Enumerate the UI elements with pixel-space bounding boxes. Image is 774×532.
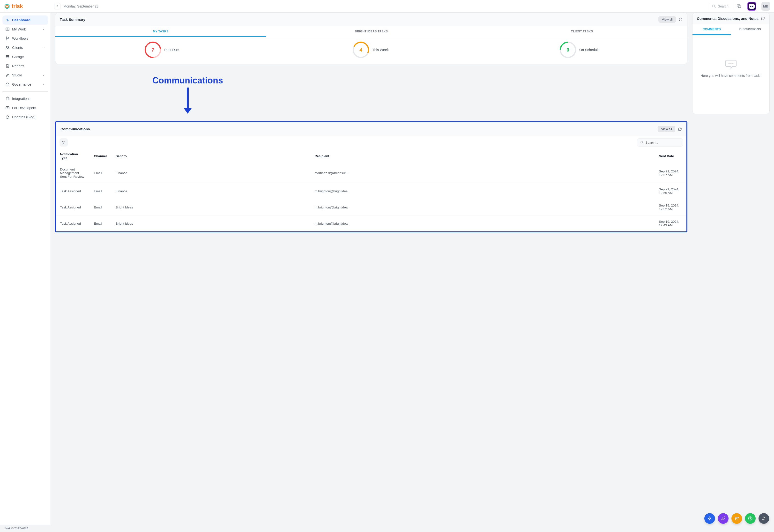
question-icon [748,516,753,521]
stat-label: Past Due [164,48,179,52]
tab-comments[interactable]: COMMENTS [692,24,731,35]
refresh-icon [5,115,10,119]
branch-icon [5,36,10,41]
chevron-down-icon [42,83,45,86]
brand-logo[interactable]: trisk [4,3,23,9]
up-label: UP [762,518,766,521]
svg-point-18 [732,63,734,64]
sidebar-item-developers[interactable]: For Developers [2,103,48,112]
file-icon [5,64,10,68]
sidebar-item-studio[interactable]: Studio [2,71,48,80]
sidebar-item-label: Garage [12,55,24,59]
sidebar-item-governance[interactable]: Governance [2,80,48,89]
fab-help[interactable] [745,513,756,524]
chat-icon [737,4,741,9]
lightning-icon [707,516,712,521]
current-date: Monday, September 23 [63,4,709,8]
svg-point-7 [6,39,7,40]
refresh-icon[interactable] [678,17,683,22]
sidebar-item-updates[interactable]: Updates (Blog) [2,112,48,122]
cell-recipient: m.brighton@brightidea... [311,183,655,199]
svg-point-9 [6,46,7,48]
sidebar-item-label: Workflows [12,37,28,40]
cell-recipient: martinez.d@drconsult... [311,163,655,183]
table-row[interactable]: Document Management Sent For ReviewEmail… [56,163,686,183]
sidebar-item-label: For Developers [12,106,36,110]
communications-search-input[interactable] [646,141,680,144]
communications-search[interactable] [637,138,683,147]
cell-date: Sep 19, 2024, 12:52 AM [655,199,686,215]
task-tab-client[interactable]: CLIENT TASKS [476,26,687,37]
activity-icon [5,18,10,22]
chevron-down-icon [42,46,45,49]
svg-point-4 [752,6,753,7]
stat-on-schedule[interactable]: 0 On Schedule [476,43,685,57]
stat-this-week[interactable]: 4 This Week [267,43,476,57]
task-tab-mytasks[interactable]: MY TASKS [55,26,266,37]
chat-button[interactable] [734,1,744,11]
comments-panel: Comments, Discussions, and Notes COMMENT… [692,13,770,114]
sidebar-item-reports[interactable]: Reports [2,61,48,71]
sidebar-item-garage[interactable]: Garage [2,52,48,61]
cell-sent_to: Finance [112,163,311,183]
table-row[interactable]: Task AssignedEmailBright Ideasm.brighton… [56,215,686,232]
communications-viewall-button[interactable]: View all [658,126,675,132]
sidebar-item-clients[interactable]: Clients [2,43,48,52]
fab-scroll-up[interactable]: UP [759,513,769,524]
cell-channel: Email [90,199,112,215]
fab-rocket[interactable] [718,513,729,524]
cell-type: Task Assigned [56,215,90,232]
fab-lightning[interactable] [704,513,715,524]
svg-point-3 [750,6,752,7]
stat-label: This Week [372,48,389,52]
table-row[interactable]: Task AssignedEmailBright Ideasm.brighton… [56,199,686,215]
cell-channel: Email [90,215,112,232]
tab-discussions[interactable]: DISCUSSIONS [731,24,769,35]
users-icon [5,45,10,50]
stat-label: On Schedule [579,48,600,52]
chevron-down-icon [42,74,45,77]
comments-empty-text: Here you will have comments from tasks [697,74,765,78]
col-channel: Channel [90,149,112,163]
svg-point-10 [8,47,9,48]
user-avatar[interactable]: MB [761,2,770,11]
edit-icon [5,73,10,77]
svg-point-16 [729,63,730,64]
task-summary-viewall-button[interactable]: View all [658,16,676,23]
comments-panel-title: Comments, Discussions, and Notes [697,16,759,21]
refresh-icon[interactable] [761,16,765,21]
task-summary-card: Task Summary View all MY TASKS BRIGHT ID… [55,13,687,64]
sidebar-item-workflows[interactable]: Workflows [2,34,48,43]
logo-icon [4,3,10,9]
sidebar-item-label: Governance [12,82,31,86]
col-sent-date: Sent Date [655,149,686,163]
communications-title: Communications [60,127,90,131]
checklist-icon [5,27,10,31]
table-row[interactable]: Task AssignedEmailFinancem.brighton@brig… [56,183,686,199]
sidebar-item-label: Reports [12,64,24,68]
fab-archive[interactable] [731,513,742,524]
task-summary-title: Task Summary [60,17,85,22]
ai-assistant-button[interactable] [747,2,756,11]
sidebar-item-integrations[interactable]: Integrations [2,94,48,103]
sidebar: Dashboard My Work Workflows Clients Gara… [0,13,51,525]
cell-date: Sep 19, 2024, 12:43 AM [655,215,686,232]
sidebar-item-label: Dashboard [12,18,30,22]
svg-point-17 [730,63,732,64]
refresh-icon[interactable] [678,127,682,131]
bot-icon [749,4,755,9]
back-button[interactable] [54,3,60,9]
stat-past-due[interactable]: 7 Past Due [58,43,267,57]
cell-sent_to: Bright Ideas [112,199,311,215]
col-sent-to: Sent to [112,149,311,163]
sidebar-item-mywork[interactable]: My Work [2,25,48,34]
cell-channel: Email [90,183,112,199]
global-search[interactable]: Search [709,3,731,10]
archive-icon [734,516,739,521]
task-tab-brightideas[interactable]: BRIGHT IDEAS TASKS [266,26,477,37]
sidebar-item-dashboard[interactable]: Dashboard [2,15,48,25]
communications-table: Notification Type Channel Sent to Recipi… [56,149,686,231]
cell-type: Document Management Sent For Review [56,163,90,183]
stat-value: 0 [561,43,575,57]
filter-button[interactable] [60,138,68,147]
